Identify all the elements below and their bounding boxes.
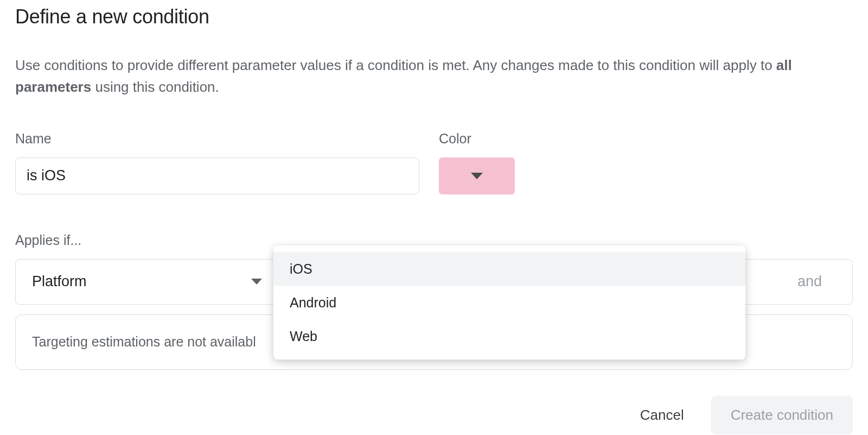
targeting-estimation-text: Targeting estimations are not availabl [32,334,256,350]
cancel-button[interactable]: Cancel [636,400,688,430]
svg-marker-0 [471,173,483,179]
dialog-title: Define a new condition [15,5,853,28]
svg-marker-1 [251,279,262,285]
description-prefix: Use conditions to provide different para… [15,57,776,73]
dropdown-option-web[interactable]: Web [273,319,745,353]
dialog-footer: Cancel Create condition [15,396,853,434]
condition-type-value: Platform [32,273,87,290]
dialog-description: Use conditions to provide different para… [15,54,807,98]
name-label: Name [15,131,419,147]
dropdown-option-ios[interactable]: iOS [273,252,745,286]
condition-type-select[interactable]: Platform [16,260,276,304]
platform-dropdown-menu: iOS Android Web [273,245,745,360]
color-select[interactable] [439,157,515,194]
description-suffix: using this condition. [91,79,219,95]
color-label: Color [439,131,547,147]
dropdown-option-android[interactable]: Android [273,286,745,319]
caret-down-icon [471,173,483,179]
create-condition-button[interactable]: Create condition [711,396,853,434]
caret-down-icon [251,279,262,285]
name-input[interactable] [15,157,419,194]
and-connector: and [797,273,822,290]
